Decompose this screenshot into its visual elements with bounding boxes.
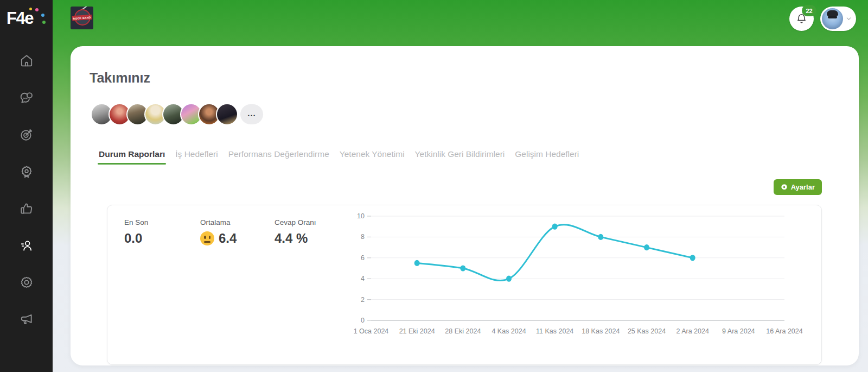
status-report-chart-card: En Son0.0Ortalama6.4Cevap Oranı4.4 % 024… xyxy=(107,205,822,365)
megaphone-icon xyxy=(20,312,34,326)
svg-text:1 Oca 2024: 1 Oca 2024 xyxy=(354,327,389,335)
chat-icon xyxy=(20,91,34,105)
tab-4[interactable]: Yetenek Yönetimi xyxy=(339,149,406,165)
main-content-card: Takımınız ... Durum Raporlarıİş Hedefler… xyxy=(71,46,859,365)
settings-button-label: Ayarlar xyxy=(791,183,815,191)
settings-button[interactable]: Ayarlar xyxy=(774,179,822,195)
svg-text:21 Eki 2024: 21 Eki 2024 xyxy=(399,327,435,335)
sidebar-item-settings[interactable] xyxy=(20,275,34,289)
team-member-avatar[interactable] xyxy=(216,103,238,125)
status-report-line-chart: 02468101 Oca 202421 Eki 202428 Eki 20244… xyxy=(341,210,818,346)
stat-value: 0.0 xyxy=(124,231,142,246)
sidebar-item-team[interactable] xyxy=(20,238,34,253)
sidebar-item-messages[interactable] xyxy=(20,91,34,105)
sidebar: F4e xyxy=(0,0,53,372)
app-window: F4e xyxy=(0,0,868,372)
team-avatars-row: ... xyxy=(91,103,263,125)
brand-dot-pink xyxy=(35,8,39,11)
svg-text:16 Ara 2024: 16 Ara 2024 xyxy=(766,327,802,335)
brand-dot-yellow xyxy=(29,8,32,10)
notification-count-badge: 22 xyxy=(802,5,816,16)
sidebar-item-home[interactable] xyxy=(20,54,34,68)
tab-6[interactable]: Gelişim Hedefleri xyxy=(514,149,580,165)
svg-text:18 Kas 2024: 18 Kas 2024 xyxy=(582,327,620,335)
brand-dot-blue xyxy=(41,14,44,17)
sidebar-item-badges[interactable] xyxy=(20,165,34,179)
svg-text:2: 2 xyxy=(361,296,365,304)
notifications-button[interactable]: 22 xyxy=(789,7,814,31)
stat-label: Ortalama xyxy=(200,218,237,226)
brand-logo[interactable]: F4e xyxy=(7,7,44,30)
svg-text:4: 4 xyxy=(361,275,365,282)
sidebar-item-announcements[interactable] xyxy=(20,312,34,326)
team-member-icon xyxy=(20,238,34,253)
home-icon xyxy=(20,54,34,68)
company-logo[interactable]: ROCK BAND xyxy=(71,7,93,29)
stat-ortalama: Ortalama6.4 xyxy=(200,218,237,246)
stat-label: En Son xyxy=(124,218,148,226)
team-overflow-button[interactable]: ... xyxy=(240,104,263,124)
page-title: Takımınız xyxy=(90,70,150,86)
sidebar-item-goals[interactable] xyxy=(20,128,34,142)
tab-bar: Durum Raporlarıİş HedefleriPerformans De… xyxy=(98,149,580,165)
gear-icon xyxy=(781,184,788,191)
svg-text:2 Ara 2024: 2 Ara 2024 xyxy=(676,327,709,335)
medal-icon xyxy=(20,165,34,179)
tab-2[interactable]: İş Hedefleri xyxy=(174,149,219,165)
svg-text:28 Eki 2024: 28 Eki 2024 xyxy=(445,327,481,335)
brand-logo-text: F4e xyxy=(7,9,33,28)
stat-en-son: En Son0.0 xyxy=(124,218,148,246)
stat-cevap-oranı: Cevap Oranı4.4 % xyxy=(275,218,316,246)
tab-5[interactable]: Yetkinlik Geri Bildirimleri xyxy=(414,149,506,165)
svg-text:8: 8 xyxy=(361,233,365,241)
svg-text:25 Kas 2024: 25 Kas 2024 xyxy=(628,327,666,335)
profile-avatar xyxy=(822,8,843,29)
company-logo-label: ROCK BAND xyxy=(73,15,91,20)
tab-1[interactable]: Durum Raporları xyxy=(98,149,166,165)
gear-icon xyxy=(20,275,34,289)
stat-value: 6.4 xyxy=(219,231,237,246)
stat-value: 4.4 % xyxy=(275,231,308,246)
svg-text:4 Kas 2024: 4 Kas 2024 xyxy=(492,327,526,335)
thumbs-up-icon xyxy=(20,201,34,216)
tab-3[interactable]: Performans Değerlendirme xyxy=(227,149,330,165)
svg-text:10: 10 xyxy=(357,212,365,220)
brand-dot-green xyxy=(42,21,46,24)
svg-text:11 Kas 2024: 11 Kas 2024 xyxy=(536,327,573,335)
sidebar-item-feedback[interactable] xyxy=(20,201,34,216)
svg-text:9 Ara 2024: 9 Ara 2024 xyxy=(722,327,755,335)
chevron-down-icon xyxy=(845,15,852,22)
stat-label: Cevap Oranı xyxy=(275,218,316,226)
target-icon xyxy=(20,128,34,142)
neutral-face-emoji xyxy=(200,231,214,245)
svg-text:6: 6 xyxy=(361,254,365,262)
svg-text:0: 0 xyxy=(361,317,365,324)
profile-menu-button[interactable] xyxy=(820,7,856,31)
sidebar-nav xyxy=(0,54,53,326)
